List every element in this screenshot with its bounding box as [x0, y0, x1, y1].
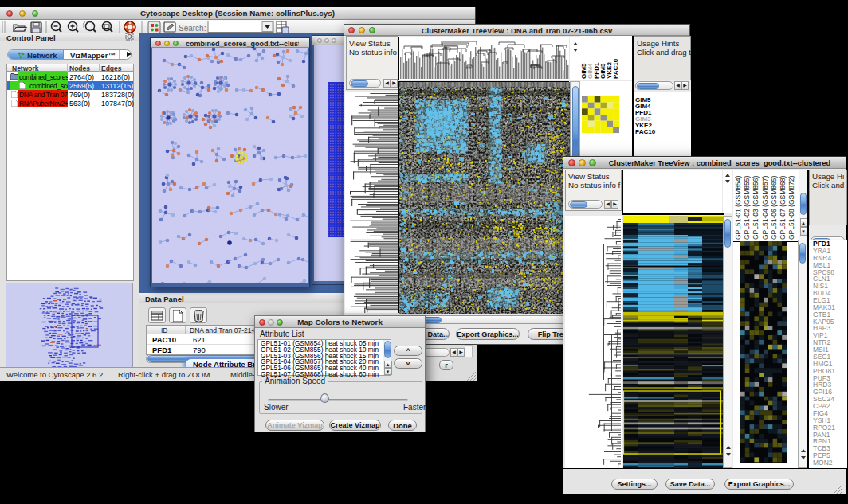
svg-text:GPL51-06 (GSM865): GPL51-06 (GSM865) [770, 176, 778, 240]
svg-text:GPL51-01 (GSM854): GPL51-01 (GSM854) [734, 176, 742, 240]
svg-text:Search:: Search: [179, 24, 206, 33]
svg-text:PAC10: PAC10 [612, 58, 619, 79]
svg-text:GPL51-02 (GSM855): GPL51-02 (GSM855) [743, 176, 751, 240]
svg-text:GPL51-03 (GSM856): GPL51-03 (GSM856) [752, 176, 760, 240]
svg-text:GPL51-04 (GSM857): GPL51-04 (GSM857) [761, 176, 769, 240]
svg-text:GPL51-07 (GSM868): GPL51-07 (GSM868) [779, 176, 787, 240]
svg-text:GPL51-08 (GSM872): GPL51-08 (GSM872) [787, 176, 795, 240]
